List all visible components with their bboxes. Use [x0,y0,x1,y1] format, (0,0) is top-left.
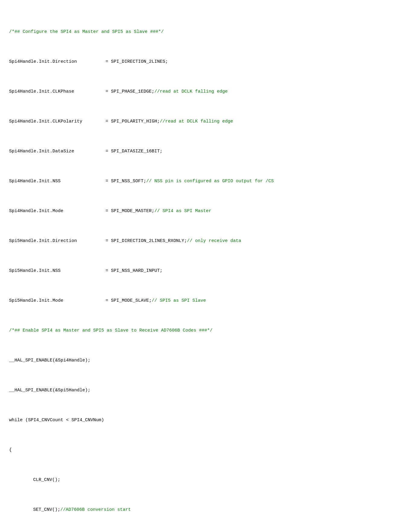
code-col-left: Spi4Handle.Init.CLKPhase [9,88,106,96]
code-col-right: = SPI_POLARITY_HIGH; [106,118,160,126]
code-while-outer: while (SPI4_CNVCount < SPI4_CNVNum) [9,417,104,424]
line-comment-2: /*## Enable SPI4 as Master and SPI5 as S… [9,327,411,335]
line-enable-spi5: __HAL_SPI_ENABLE(&Spi5Handle); [9,387,411,394]
code-col-left: Spi5Handle.Init.NSS [9,267,106,275]
line-datasize: Spi4Handle.Init.DataSize = SPI_DATASIZE_… [9,148,411,155]
line-spi5-nss: Spi5Handle.Init.NSS = SPI_NSS_HARD_INPUT… [9,267,411,275]
code-block: /*## Configure the SPI4 as Master and SP… [9,6,411,528]
line-spi5-mode: Spi5Handle.Init.Mode = SPI_MODE_SLAVE;//… [9,297,411,305]
line-while-outer: while (SPI4_CNVCount < SPI4_CNVNum) [9,417,411,424]
line-direction: Spi4Handle.Init.Direction = SPI_DIRECTIO… [9,58,411,66]
line-comment-1: /*## Configure the SPI4 as Master and SP… [9,28,411,36]
comment-configure: /*## Configure the SPI4 as Master and SP… [9,28,164,36]
code-col-right: = SPI_NSS_HARD_INPUT; [106,267,163,275]
comment-enable: /*## Enable SPI4 as Master and SPI5 as S… [9,327,213,335]
code-col-left: Spi4Handle.Init.CLKPolarity [9,118,106,126]
code-col-left: Spi5Handle.Init.Mode [9,297,106,305]
line-brace-open: { [9,447,411,454]
code-col-right: = SPI_MODE_MASTER; [106,208,154,215]
line-mode-master: Spi4Handle.Init.Mode = SPI_MODE_MASTER;/… [9,208,411,215]
code-col-right: = SPI_DIRECTION_2LINES; [106,58,168,66]
code-col-right: = SPI_NSS_SOFT; [106,178,146,185]
code-col-right: = SPI_DATASIZE_16BIT; [106,148,163,155]
comment-set-cnv: //AD7606B conversion start [60,506,131,514]
line-set-cnv: SET_CNV();//AD7606B conversion start [9,506,411,514]
code-col-right: = SPI_DIRECTION_2LINES_RXONLY; [106,237,187,245]
comment-nss: // NSS pin is configured as GPIO output … [146,178,274,185]
indent1 [9,476,33,484]
comment-clkphase: //read at DCLK falling edge [154,88,228,96]
line-clr-cnv: CLR_CNV(); [9,476,411,484]
line-enable-spi4: __HAL_SPI_ENABLE(&Spi4Handle); [9,357,411,364]
code-clr-cnv: CLR_CNV(); [33,476,60,484]
code-enable-spi4: __HAL_SPI_ENABLE(&Spi4Handle); [9,357,90,364]
comment-spi5-direction: // only receive data [187,237,241,245]
code-col-left: Spi4Handle.Init.DataSize [9,148,106,155]
code-brace-open: { [9,447,12,454]
comment-spi5-mode: // SPI5 as SPI Slave [152,297,206,305]
code-col-left: Spi4Handle.Init.NSS [9,178,106,185]
code-col-left: Spi5Handle.Init.Direction [9,237,106,245]
code-col-left: Spi4Handle.Init.Direction [9,58,106,66]
code-col-left: Spi4Handle.Init.Mode [9,208,106,215]
line-clkpolarity: Spi4Handle.Init.CLKPolarity = SPI_POLARI… [9,118,411,126]
code-col-right: = SPI_MODE_SLAVE; [106,297,152,305]
code-set-cnv: SET_CNV(); [33,506,60,514]
code-enable-spi5: __HAL_SPI_ENABLE(&Spi5Handle); [9,387,90,394]
comment-mode-master: // SPI4 as SPI Master [154,208,211,215]
code-col-right: = SPI_PHASE_1EDGE; [106,88,154,96]
comment-clkpolarity: //read at DCLK falling edge [160,118,233,126]
line-clkphase: Spi4Handle.Init.CLKPhase = SPI_PHASE_1ED… [9,88,411,96]
line-spi5-direction: Spi5Handle.Init.Direction = SPI_DIRECTIO… [9,237,411,245]
line-nss: Spi4Handle.Init.NSS = SPI_NSS_SOFT;// NS… [9,178,411,185]
indent1 [9,506,33,514]
